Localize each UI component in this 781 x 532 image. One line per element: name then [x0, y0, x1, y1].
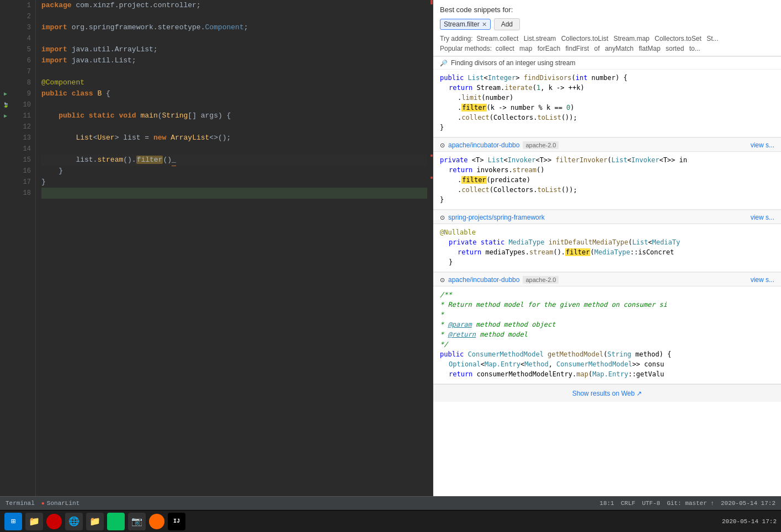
try-adding-row: Try adding: Stream.collect List.stream C… — [440, 35, 774, 42]
github-icon-2: ⊙ — [440, 142, 445, 149]
repo-name-2[interactable]: apache/incubator-dubbo — [448, 141, 519, 149]
snippets-header: Best code snippets for: Stream.filter ✕ … — [433, 0, 781, 56]
code-line-3: import org.springframework.stereotype.Co… — [41, 22, 427, 33]
snippet-line-1-2: return Stream.iterate(1, k -> ++k) — [449, 83, 774, 93]
snippet-line-4-9: return consumerMethodModelEntry.map(Map.… — [449, 369, 774, 379]
right-panel: Best code snippets for: Stream.filter ✕ … — [433, 0, 781, 496]
snippet-line-4-3: * — [440, 310, 774, 320]
snippet-source-left-2: ⊙ apache/incubator-dubbo apache-2.0 — [440, 141, 559, 149]
status-right: 18:1 CRLF UTF-8 Git: master ↑ 2020-05-14… — [599, 500, 775, 507]
cursor-position: 18:1 — [599, 500, 614, 507]
snippet-line-4-7: public ConsumerMethodModel getMethodMode… — [440, 349, 774, 359]
code-line-10 — [41, 99, 427, 110]
finding-icon-1: 🔎 — [440, 60, 448, 67]
snippet-2: ⊙ apache/incubator-dubbo apache-2.0 view… — [433, 137, 781, 210]
code-line-16: } — [41, 166, 427, 177]
run-class-icon[interactable]: ▶ — [0, 88, 11, 99]
code-snippet-4: /** * Return method model for the given … — [433, 286, 781, 384]
gutter-14 — [0, 143, 11, 155]
gutter-13 — [0, 132, 11, 143]
view-link-2[interactable]: view s... — [751, 141, 774, 149]
snippet-line-2-5: } — [440, 195, 774, 205]
snippet-line-2-2: return invokers.stream() — [449, 165, 774, 175]
taskbar: ⊞ 📁 🌐 📁 📷 IJ 2020-05-14 17:2 — [0, 510, 781, 532]
method-findfirst[interactable]: findFirst — [565, 45, 589, 52]
search-tag: Stream.filter ✕ — [440, 19, 491, 30]
taskbar-settings-icon[interactable] — [149, 514, 164, 529]
repo-license-4: apache-2.0 — [523, 276, 559, 284]
code-line-15[interactable]: list.stream().filter()_ — [41, 155, 427, 166]
snippet-line-1-5: .collect(Collectors.toList()); — [458, 113, 774, 123]
run-main-icon[interactable]: ▶ — [0, 110, 11, 121]
method-flatmap[interactable]: flatMap — [639, 45, 660, 52]
show-web-section: Show results on Web ↗ — [433, 384, 781, 402]
time-display: 2020-05-14 17:2 — [721, 500, 775, 507]
snippet-4: ⊙ apache/incubator-dubbo apache-2.0 view… — [433, 272, 781, 384]
snippets-title: Best code snippets for: — [440, 6, 774, 14]
code-line-13: List<User> list = new ArrayList<>(); — [41, 132, 427, 143]
status-left: Terminal ● SonarLint — [6, 500, 79, 507]
try-collectors-toset[interactable]: Collectors.toSet — [655, 35, 702, 42]
popular-methods-label: Popular methods: — [440, 45, 492, 52]
snippet-line-4-6: */ — [440, 339, 774, 349]
taskbar-intellij-icon[interactable]: IJ — [168, 513, 185, 530]
code-line-9: public class B { — [41, 88, 427, 99]
try-list-stream[interactable]: List.stream — [524, 35, 556, 42]
gutter-5 — [0, 44, 11, 55]
method-collect[interactable]: collect — [496, 45, 514, 52]
snippet-source-left-4: ⊙ apache/incubator-dubbo apache-2.0 — [440, 276, 559, 284]
method-sorted[interactable]: sorted — [666, 45, 684, 52]
gutter-17 — [0, 177, 11, 188]
show-web-link[interactable]: Show results on Web ↗ — [572, 390, 642, 397]
code-line-11: public static void main(String[] args) { — [41, 110, 427, 121]
charset: UTF-8 — [642, 500, 660, 507]
taskbar-phone-icon[interactable]: 📷 — [128, 513, 146, 530]
terminal-tab[interactable]: Terminal — [6, 500, 35, 507]
snippet-line-3-2: private static MediaType initDefaultMedi… — [449, 237, 774, 247]
code-snippet-3: @Nullable private static MediaType initD… — [433, 224, 781, 272]
repo-name-4[interactable]: apache/incubator-dubbo — [448, 276, 519, 284]
method-of[interactable]: of — [594, 45, 600, 52]
method-anymatch[interactable]: anyMatch — [605, 45, 634, 52]
view-link-4[interactable]: view s... — [751, 276, 774, 284]
taskbar-explorer-icon[interactable]: 📁 — [25, 513, 43, 530]
method-more[interactable]: to... — [689, 45, 700, 52]
line-numbers: 12345 678910 1112131415 161718 — [11, 0, 36, 496]
editor-gutter: ▶ 🍃 ▶ — [0, 0, 11, 496]
snippet-line-3-1: @Nullable — [440, 227, 774, 237]
try-stream-collect[interactable]: Stream.collect — [476, 35, 518, 42]
gutter-7 — [0, 66, 11, 77]
gutter-3 — [0, 22, 11, 33]
try-more[interactable]: St... — [706, 35, 718, 42]
code-line-12 — [41, 121, 427, 132]
try-adding-label: Try adding: — [440, 35, 473, 42]
taskbar-time: 2020-05-14 17:2 — [722, 518, 777, 525]
search-tag-close-icon[interactable]: ✕ — [482, 21, 487, 28]
code-line-4 — [41, 33, 427, 44]
method-map[interactable]: map — [519, 45, 532, 52]
taskbar-windows-icon[interactable]: ⊞ — [4, 513, 22, 530]
status-bar: Terminal ● SonarLint 18:1 CRLF UTF-8 Git… — [0, 496, 781, 510]
method-foreach[interactable]: forEach — [538, 45, 560, 52]
view-link-3[interactable]: view s... — [751, 214, 774, 221]
repo-name-3[interactable]: spring-projects/spring-framework — [448, 214, 545, 221]
github-icon-4: ⊙ — [440, 276, 445, 284]
add-button[interactable]: Add — [494, 18, 520, 30]
gutter-8 — [0, 77, 11, 88]
taskbar-browser-icon[interactable]: 🌐 — [65, 513, 83, 530]
sonarlint-tab[interactable]: ● SonarLint — [41, 500, 79, 507]
try-stream-map[interactable]: Stream.map — [613, 35, 649, 42]
gutter-16 — [0, 166, 11, 177]
snippet-line-2-1: private <T> List<Invoker<T>> filterInvok… — [440, 155, 774, 165]
code-line-17: } — [41, 177, 427, 188]
snippet-line-1-6: } — [440, 123, 774, 132]
taskbar-red-icon[interactable] — [46, 514, 62, 529]
taskbar-folder-icon[interactable]: 📁 — [86, 513, 104, 530]
gutter-2 — [0, 11, 11, 22]
code-line-14 — [41, 143, 427, 155]
taskbar-chat-icon[interactable] — [107, 513, 125, 530]
code-lines: package com.xinzf.project.controller; im… — [36, 0, 433, 496]
try-collectors-tolist[interactable]: Collectors.toList — [561, 35, 608, 42]
snippet-line-1-1: public List<Integer> findDivisors(int nu… — [440, 73, 774, 83]
sonarlint-label: SonarLint — [47, 500, 79, 507]
